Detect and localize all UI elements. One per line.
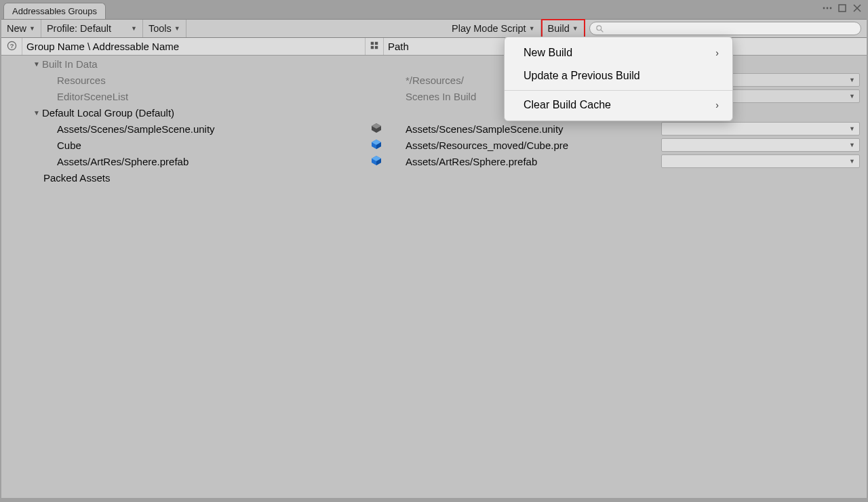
entry-cube[interactable]: Cube Assets/Resources_moved/Cube.pre ▼	[1, 137, 867, 153]
chevron-down-icon: ▼	[849, 125, 855, 132]
chevron-down-icon: ▼	[29, 25, 35, 32]
entry-editorscenelist[interactable]: EditorSceneList Scenes In Build ▼	[1, 88, 867, 104]
menu-update-previous-build[interactable]: Update a Previous Build	[505, 64, 732, 87]
column-header: ? Group Name \ Addressable Name Path	[1, 38, 867, 56]
chevron-right-icon: ›	[715, 47, 719, 58]
svg-point-6	[597, 25, 601, 30]
play-mode-script-dropdown[interactable]: Play Mode Script▼	[446, 20, 541, 37]
foldout-icon[interactable]: ▼	[33, 60, 41, 68]
window-tabbar: Addressables Groups	[1, 1, 867, 19]
toolbar-spacer	[186, 20, 446, 37]
toolbar: New▼ Profile: Default ▼ Tools▼ Play Mode…	[1, 19, 867, 38]
window-controls	[822, 3, 863, 14]
group-default-local[interactable]: ▼ Default Local Group (Default)	[1, 104, 867, 121]
svg-point-1	[827, 7, 829, 9]
menu-label: Update a Previous Build	[524, 70, 640, 82]
chevron-down-icon: ▼	[849, 93, 855, 100]
svg-rect-13	[375, 46, 378, 49]
svg-text:?: ?	[9, 43, 14, 49]
addressables-window: Addressables Groups New▼ Profile: Defaul…	[0, 0, 868, 502]
group-label: Built In Data	[42, 58, 98, 70]
svg-rect-11	[375, 42, 378, 45]
svg-point-2	[830, 7, 832, 9]
entry-label: EditorSceneList	[57, 91, 128, 102]
svg-rect-12	[371, 46, 374, 49]
entry-resources[interactable]: Resources */Resources/ ▼	[1, 72, 867, 88]
build-label: Build	[548, 23, 570, 34]
foldout-icon[interactable]: ▼	[33, 109, 41, 117]
chevron-down-icon: ▼	[849, 158, 855, 165]
menu-clear-build-cache[interactable]: Clear Build Cache ›	[505, 93, 732, 117]
labels-dropdown[interactable]: ▼	[661, 122, 860, 135]
chevron-down-icon: ▼	[131, 25, 137, 32]
chevron-down-icon: ▼	[174, 25, 180, 32]
svg-point-0	[823, 7, 825, 9]
chevron-right-icon: ›	[715, 100, 719, 110]
search-icon	[595, 24, 604, 33]
menu-label: New Build	[524, 47, 572, 59]
build-menu: New Build › Update a Previous Build Clea…	[504, 37, 733, 121]
entry-path: Assets/Scenes/SampleScene.unity	[406, 123, 661, 135]
scene-icon	[368, 123, 385, 135]
labels-dropdown[interactable]: ▼	[661, 154, 860, 168]
tools-label: Tools	[149, 23, 172, 34]
content-area: ▼ Built In Data Resources */Resources/ ▼…	[1, 56, 867, 498]
playmode-label: Play Mode Script	[452, 23, 526, 34]
help-icon[interactable]: ?	[1, 41, 22, 53]
svg-rect-3	[839, 5, 846, 12]
entry-label: Assets/ArtRes/Sphere.prefab	[57, 156, 189, 167]
menu-label: Clear Build Cache	[524, 99, 611, 111]
close-icon[interactable]	[852, 3, 863, 14]
group-packed-assets[interactable]: Packed Assets	[1, 169, 867, 186]
entry-label: Resources	[57, 75, 106, 86]
prefab-icon	[368, 155, 385, 168]
entry-sphere[interactable]: Assets/ArtRes/Sphere.prefab Assets/ArtRe…	[1, 153, 867, 169]
prefab-icon	[368, 139, 385, 152]
menu-new-build[interactable]: New Build ›	[505, 41, 732, 64]
entry-path: Assets/ArtRes/Sphere.prefab	[406, 156, 661, 167]
chevron-down-icon: ▼	[529, 25, 535, 32]
entry-path: Assets/Resources_moved/Cube.pre	[406, 140, 661, 151]
group-label: Packed Assets	[43, 172, 110, 184]
chevron-down-icon: ▼	[572, 25, 578, 32]
group-label: Default Local Group (Default)	[42, 107, 174, 119]
profile-dropdown[interactable]: Profile: Default ▼	[41, 20, 143, 37]
chevron-down-icon: ▼	[849, 77, 855, 83]
svg-rect-10	[371, 42, 374, 45]
build-dropdown[interactable]: Build▼	[541, 19, 585, 38]
entry-label: Assets/Scenes/SampleScene.unity	[57, 123, 215, 135]
new-label: New	[7, 23, 26, 34]
group-builtin[interactable]: ▼ Built In Data	[1, 56, 867, 72]
search-field[interactable]	[589, 22, 861, 35]
search-input[interactable]	[607, 24, 855, 33]
column-name-header[interactable]: Group Name \ Addressable Name	[22, 41, 365, 52]
maximize-icon[interactable]	[837, 3, 848, 14]
tools-dropdown[interactable]: Tools▼	[143, 20, 186, 37]
entry-samplescene[interactable]: Assets/Scenes/SampleScene.unity Assets/S…	[1, 121, 867, 137]
new-dropdown[interactable]: New▼	[1, 20, 41, 37]
context-menu-icon[interactable]	[822, 3, 833, 14]
svg-line-7	[601, 30, 603, 32]
chevron-down-icon: ▼	[849, 142, 855, 148]
menu-separator	[505, 90, 732, 91]
entry-label: Cube	[57, 140, 81, 151]
labels-dropdown[interactable]: ▼	[661, 138, 860, 152]
tab-addressables-groups[interactable]: Addressables Groups	[3, 3, 106, 19]
tab-label: Addressables Groups	[12, 6, 97, 16]
profile-prefix: Profile:	[47, 23, 77, 34]
profile-value: Default	[80, 23, 111, 34]
column-icon-header[interactable]	[366, 41, 383, 52]
